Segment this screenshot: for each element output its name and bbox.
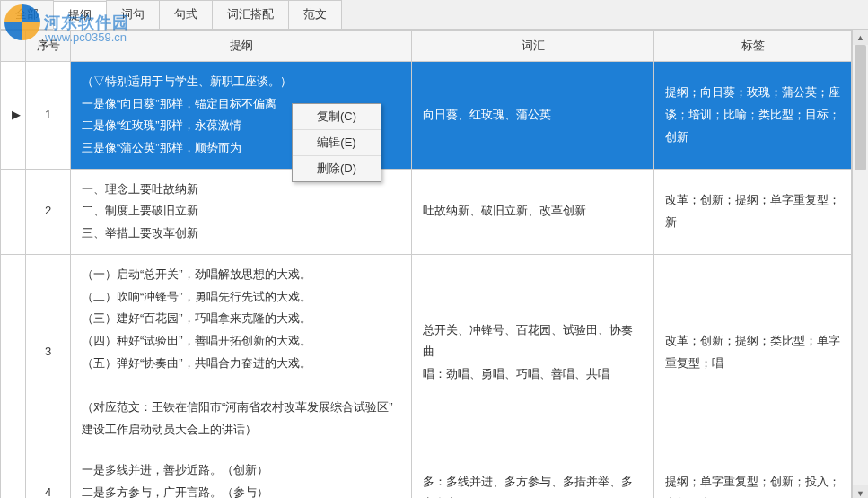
scroll-up-arrow-icon[interactable]: ▲ [853, 30, 868, 45]
cell-tags[interactable]: 改革；创新；提纲；单字重复型；新 [654, 169, 852, 254]
table-scroll-area[interactable]: 序号 提纲 词汇 标签 ▶1（▽特别适用于与学生、新职工座谈。） 一是像“向日葵… [0, 30, 853, 498]
header-outline[interactable]: 提纲 [71, 31, 412, 62]
tab-all[interactable]: 全部 [0, 0, 54, 29]
expand-toggle[interactable] [1, 254, 26, 450]
scroll-down-arrow-icon[interactable]: ▼ [853, 485, 868, 498]
tab-phrase[interactable]: 词句 [106, 0, 160, 29]
tab-sentence[interactable]: 句式 [159, 0, 213, 29]
data-table: 序号 提纲 词汇 标签 ▶1（▽特别适用于与学生、新职工座谈。） 一是像“向日葵… [0, 30, 852, 498]
tab-collocation[interactable]: 词汇搭配 [212, 0, 289, 29]
context-menu: 复制(C) 编辑(E) 删除(D) [292, 103, 381, 182]
cell-tags[interactable]: 提纲；单字重复型；创新；投入；责任；多； [654, 450, 852, 498]
table-row[interactable]: 4一是多线并进，善抄近路。（创新） 二是多方参与，广开言路。（参与） 三是多措并… [1, 450, 852, 498]
expand-toggle[interactable] [1, 169, 26, 254]
cell-outline[interactable]: 一是多线并进，善抄近路。（创新） 二是多方参与，广开言路。（参与） 三是多措并举… [71, 450, 412, 498]
cell-seq: 4 [26, 450, 71, 498]
cell-seq: 1 [26, 62, 71, 170]
tab-sample[interactable]: 范文 [288, 0, 342, 29]
vertical-scrollbar[interactable]: ▲ ▼ [853, 30, 868, 498]
table-row[interactable]: 2一、理念上要吐故纳新 二、制度上要破旧立新 三、举措上要改革创新吐故纳新、破旧… [1, 169, 852, 254]
header-expand[interactable] [1, 31, 26, 62]
ctx-edit[interactable]: 编辑(E) [293, 130, 381, 156]
cell-seq: 2 [26, 169, 71, 254]
tab-outline[interactable]: 提纲 [53, 1, 107, 30]
cell-tags[interactable]: 改革；创新；提纲；类比型；单字重复型；唱 [654, 254, 852, 450]
header-vocab[interactable]: 词汇 [412, 31, 654, 62]
cell-vocab[interactable]: 向日葵、红玫瑰、蒲公英 [412, 62, 654, 170]
table-row[interactable]: 3（一）启动“总开关”，劲唱解放思想的大戏。 （二）吹响“冲锋号”，勇唱先行先试… [1, 254, 852, 450]
cell-tags[interactable]: 提纲；向日葵；玫瑰；蒲公英；座谈；培训；比喻；类比型；目标；创新 [654, 62, 852, 170]
header-tags[interactable]: 标签 [654, 31, 852, 62]
header-seq[interactable]: 序号 [26, 31, 71, 62]
scrollbar-thumb[interactable] [855, 45, 866, 170]
scrollbar-track[interactable] [853, 45, 868, 485]
cell-seq: 3 [26, 254, 71, 450]
tab-bar: 全部 提纲 词句 句式 词汇搭配 范文 [0, 0, 868, 30]
cell-vocab[interactable]: 吐故纳新、破旧立新、改革创新 [412, 169, 654, 254]
expand-toggle[interactable] [1, 450, 26, 498]
cell-vocab[interactable]: 多：多线并进、多方参与、多措并举、多点发力 [412, 450, 654, 498]
cell-outline[interactable]: （一）启动“总开关”，劲唱解放思想的大戏。 （二）吹响“冲锋号”，勇唱先行先试的… [71, 254, 412, 450]
table-header-row: 序号 提纲 词汇 标签 [1, 31, 852, 62]
expand-toggle[interactable]: ▶ [1, 62, 26, 170]
table-row[interactable]: ▶1（▽特别适用于与学生、新职工座谈。） 一是像“向日葵”那样，锚定目标不偏离 … [1, 62, 852, 170]
ctx-copy[interactable]: 复制(C) [293, 104, 381, 130]
ctx-delete[interactable]: 删除(D) [293, 156, 381, 181]
cell-vocab[interactable]: 总开关、冲锋号、百花园、试验田、协奏曲 唱：劲唱、勇唱、巧唱、善唱、共唱 [412, 254, 654, 450]
